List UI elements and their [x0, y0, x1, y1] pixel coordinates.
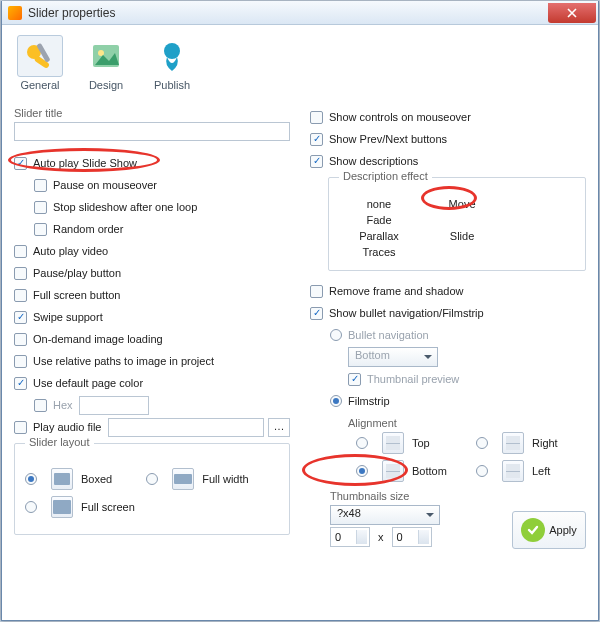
play-audio-checkbox[interactable] [14, 421, 27, 434]
layout-full-screen-radio[interactable] [25, 501, 37, 513]
desc-effect-slide[interactable]: Slide [422, 228, 502, 244]
wrench-icon [23, 41, 57, 71]
show-controls-checkbox[interactable] [310, 111, 323, 124]
remove-frame-checkbox[interactable] [310, 285, 323, 298]
svg-point-5 [164, 43, 180, 59]
show-descriptions-checkbox[interactable] [310, 155, 323, 168]
check-icon [521, 518, 545, 542]
desc-effect-fade[interactable]: Fade [339, 212, 419, 228]
align-left-radio[interactable] [476, 465, 488, 477]
desc-effect-parallax[interactable]: Parallax [339, 228, 419, 244]
slider-title-label: Slider title [14, 107, 290, 119]
tab-general[interactable]: General [14, 35, 66, 91]
thumbnail-preview-checkbox[interactable] [348, 373, 361, 386]
pause-play-button-checkbox[interactable] [14, 267, 27, 280]
tab-design[interactable]: Design [80, 35, 132, 91]
align-bottom-icon [382, 460, 404, 482]
filmstrip-radio[interactable] [330, 395, 342, 407]
slider-layout-group: Slider layout Boxed Full width Full scre… [14, 443, 290, 535]
desc-effect-traces[interactable]: Traces [339, 244, 419, 260]
apply-button[interactable]: Apply [512, 511, 586, 549]
show-prevnext-checkbox[interactable] [310, 133, 323, 146]
image-icon [89, 41, 123, 71]
layout-full-width-radio[interactable] [146, 473, 158, 485]
slider-properties-window: Slider properties General Design Publish… [1, 1, 599, 621]
swipe-support-checkbox[interactable] [14, 311, 27, 324]
audio-file-input[interactable] [108, 418, 265, 437]
auto-play-checkbox[interactable] [14, 157, 27, 170]
window-title: Slider properties [28, 6, 548, 20]
relative-paths-checkbox[interactable] [14, 355, 27, 368]
thumb-width-input[interactable]: 0 [330, 527, 370, 547]
align-right-icon [502, 432, 524, 454]
left-column: Slider title Auto play Slide Show Pause … [14, 101, 290, 549]
slider-title-input[interactable] [14, 122, 290, 141]
align-right-radio[interactable] [476, 437, 488, 449]
align-top-icon [382, 432, 404, 454]
tabs: General Design Publish [14, 31, 586, 101]
layout-full-screen-icon [51, 496, 73, 518]
description-effect-group: Description effect none Move Fade Parall… [328, 177, 586, 271]
default-page-color-checkbox[interactable] [14, 377, 27, 390]
publish-icon [155, 39, 189, 73]
right-column: Show controls on mouseover Show Prev/Nex… [310, 101, 586, 549]
close-icon [567, 8, 577, 18]
layout-boxed-icon [51, 468, 73, 490]
hex-checkbox[interactable] [34, 399, 47, 412]
thumb-height-input[interactable]: 0 [392, 527, 432, 547]
auto-play-label: Auto play Slide Show [33, 157, 137, 169]
random-order-checkbox[interactable] [34, 223, 47, 236]
align-top-radio[interactable] [356, 437, 368, 449]
pause-mouseover-checkbox[interactable] [34, 179, 47, 192]
titlebar: Slider properties [2, 1, 598, 25]
app-icon [8, 6, 22, 20]
thumbnail-size-select[interactable]: ?x48 [330, 505, 440, 525]
layout-full-width-icon [172, 468, 194, 490]
full-screen-button-checkbox[interactable] [14, 289, 27, 302]
bullet-navigation-radio[interactable] [330, 329, 342, 341]
show-bullet-checkbox[interactable] [310, 307, 323, 320]
align-left-icon [502, 460, 524, 482]
dialog-body: General Design Publish Slider title Auto… [2, 25, 598, 559]
bullet-position-select[interactable]: Bottom [348, 347, 438, 367]
on-demand-checkbox[interactable] [14, 333, 27, 346]
align-bottom-radio[interactable] [356, 465, 368, 477]
audio-browse-button[interactable]: … [268, 418, 290, 437]
hex-input[interactable] [79, 396, 149, 415]
desc-effect-move[interactable]: Move [422, 196, 502, 212]
close-button[interactable] [548, 3, 596, 23]
auto-play-video-checkbox[interactable] [14, 245, 27, 258]
stop-after-loop-checkbox[interactable] [34, 201, 47, 214]
desc-effect-none[interactable]: none [339, 196, 419, 212]
tab-publish[interactable]: Publish [146, 35, 198, 91]
layout-boxed-radio[interactable] [25, 473, 37, 485]
